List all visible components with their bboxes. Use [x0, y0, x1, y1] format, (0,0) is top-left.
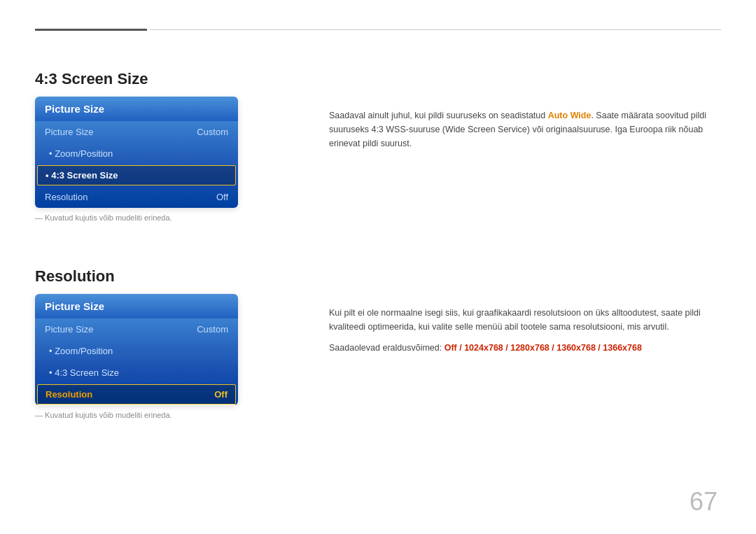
screen-size-label: • 4:3 Screen Size	[46, 170, 118, 181]
menu-row-screen-size-highlighted: • 4:3 Screen Size	[37, 165, 236, 185]
menu-row-zoom-1: Zoom/Position	[35, 143, 238, 164]
menu-card-1: Picture Size Picture Size Custom Zoom/Po…	[35, 97, 238, 208]
menu-row-resolution-1: Resolution Off	[35, 186, 238, 208]
menu-row-picture-size-1: Picture Size Custom	[35, 121, 238, 143]
resolution-label-1: Resolution	[45, 192, 88, 202]
screen-size-label-2: 4:3 Screen Size	[49, 367, 119, 378]
menu-row-screen-size-2: 4:3 Screen Size	[35, 362, 238, 384]
menu-card-2: Picture Size Picture Size Custom Zoom/Po…	[35, 294, 238, 405]
section1-right: Saadaval ainult juhul, kui pildi suuruse…	[287, 66, 721, 222]
resolution-values: Off / 1024x768 / 1280x768 / 1360x768 / 1…	[444, 343, 642, 353]
top-line-light	[150, 29, 721, 30]
menu-body-2: Picture Size Custom Zoom/Position 4:3 Sc…	[35, 318, 238, 405]
menu-header-1: Picture Size	[35, 97, 238, 121]
menu-row-resolution-highlighted: Resolution Off	[37, 384, 236, 405]
top-line-dark	[35, 29, 147, 31]
menu-header-label-1: Picture Size	[45, 103, 104, 115]
content-area: 4:3 Screen Size Picture Size Picture Siz…	[35, 66, 721, 426]
picture-size-label-2: Picture Size	[45, 324, 93, 335]
menu-body-1: Picture Size Custom Zoom/Position • 4:3 …	[35, 121, 238, 208]
section2-desc2: Saadaolevad eraldusvõimed: Off / 1024x76…	[329, 341, 721, 355]
section1-desc: Saadaval ainult juhul, kui pildi suuruse…	[329, 108, 721, 150]
menu-row-zoom-2: Zoom/Position	[35, 340, 238, 362]
section2-right: Kui pilt ei ole normaalne isegi siis, ku…	[287, 264, 721, 419]
resolution-value-highlighted: Off	[214, 389, 227, 400]
note-2: Kuvatud kujutis võib mudeliti erineda.	[35, 411, 287, 419]
section2-heading: Resolution	[35, 267, 287, 286]
page-container: 4:3 Screen Size Picture Size Picture Siz…	[0, 0, 756, 534]
section1-heading: 4:3 Screen Size	[35, 70, 287, 88]
section1-left: 4:3 Screen Size Picture Size Picture Siz…	[35, 66, 287, 222]
resolution-value-1: Off	[216, 192, 228, 202]
menu-row-picture-size-2: Picture Size Custom	[35, 318, 238, 340]
top-decoration	[35, 28, 721, 31]
zoom-label-1: Zoom/Position	[49, 148, 113, 159]
section-43-screen-size: 4:3 Screen Size Picture Size Picture Siz…	[35, 66, 721, 222]
highlight-auto-wide: Auto Wide	[548, 111, 592, 120]
zoom-label-2: Zoom/Position	[49, 346, 113, 356]
resolution-label-highlighted: Resolution	[46, 389, 92, 400]
menu-header-2: Picture Size	[35, 294, 238, 318]
picture-size-value-2: Custom	[197, 324, 228, 335]
section2-left: Resolution Picture Size Picture Size Cus…	[35, 264, 287, 419]
picture-size-label-1: Picture Size	[45, 127, 93, 137]
page-number: 67	[690, 487, 718, 517]
menu-header-label-2: Picture Size	[45, 300, 104, 312]
note-1: Kuvatud kujutis võib mudeliti erineda.	[35, 213, 287, 222]
separator	[35, 229, 721, 250]
section-resolution: Resolution Picture Size Picture Size Cus…	[35, 264, 721, 419]
picture-size-value-1: Custom	[197, 127, 228, 137]
section2-desc1: Kui pilt ei ole normaalne isegi siis, ku…	[329, 306, 721, 334]
